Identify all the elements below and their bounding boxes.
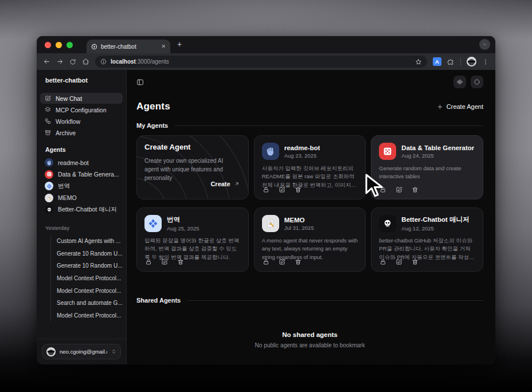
hand-icon	[46, 160, 52, 166]
app-title[interactable]: better-chatbot	[37, 75, 126, 84]
chat-history-item[interactable]: Generate 10 Random U...	[51, 247, 126, 260]
agent-name: Better-Chatbot 매니저	[58, 206, 117, 214]
sidebar-agent-better-chatbot-manager[interactable]: Better-Chatbot 매니저	[40, 204, 123, 215]
sidebar-nav: New Chat MCP Configuration Workflow Arch…	[37, 93, 126, 138]
sidebar-agent-data-table-generator[interactable]: Data & Table Genera...	[40, 169, 123, 181]
agent-card-translate[interactable]: 번역 Aug 25, 2025 입력된 문장을 영어와 한글로 상호 번역하여,…	[136, 207, 249, 272]
close-window-button[interactable]	[45, 42, 51, 48]
agent-card-actions	[263, 186, 302, 193]
browser-window: better-chatbot ✕ + localhost:3000/agents…	[37, 36, 495, 364]
translate-extension-icon[interactable]: A	[433, 57, 441, 66]
page-title: Agents	[136, 101, 170, 112]
zoom-window-button[interactable]	[66, 42, 73, 48]
tab-close-icon[interactable]: ✕	[161, 44, 166, 49]
trash-icon[interactable]	[295, 258, 302, 265]
sidebar-toggle-icon[interactable]	[136, 79, 144, 86]
agent-card-title: readme-bot	[284, 144, 320, 151]
lock-icon[interactable]	[145, 258, 152, 265]
plus-icon	[437, 104, 443, 110]
create-cta-label: Create	[210, 181, 230, 187]
sidebar-item-workflow[interactable]: Workflow	[40, 116, 123, 127]
edit-icon[interactable]	[279, 258, 285, 265]
trash-icon[interactable]	[412, 258, 418, 265]
diamonds-icon	[46, 183, 52, 189]
chat-history-item[interactable]: Model Context Protocol...	[51, 272, 126, 285]
agent-card-description: 사용자가 입력한 깃허브 레포지토리의 README를 원본 raw 파일로 조…	[262, 164, 358, 189]
reload-button[interactable]	[69, 58, 76, 65]
agent-avatar	[262, 215, 279, 232]
lock-icon[interactable]	[263, 186, 269, 193]
edit-icon[interactable]	[279, 186, 285, 193]
sidebar-item-mcp-configuration[interactable]: MCP Configuration	[40, 104, 123, 115]
create-agent-label: Create Agent	[447, 103, 483, 110]
agent-avatar	[45, 182, 53, 190]
agent-card-memo[interactable]: MEMO Jul 31, 2025 A memo agent that neve…	[254, 207, 366, 272]
agent-avatar	[45, 170, 53, 179]
sidebar-item-new-chat[interactable]: New Chat	[40, 93, 123, 104]
sidebar-item-label: New Chat	[56, 95, 82, 102]
my-agents-section-header: My Agents	[136, 122, 483, 129]
hand-icon	[265, 146, 276, 156]
agent-card-title: 번역	[167, 215, 200, 224]
section-divider	[175, 126, 483, 126]
bookmark-star-icon[interactable]	[415, 58, 422, 65]
trash-icon[interactable]	[295, 186, 302, 193]
agent-name: Data & Table Genera...	[58, 171, 119, 178]
section-divider	[187, 300, 483, 301]
lock-icon[interactable]	[263, 258, 269, 265]
user-menu[interactable]: neo.cgoing@gmail.com	[42, 344, 121, 359]
agent-card-title: Better-Chatbot 매니저	[401, 215, 469, 224]
back-button[interactable]	[43, 58, 50, 65]
create-agent-button[interactable]: Create Agent	[437, 103, 483, 110]
message-circle-dashed-icon	[474, 79, 480, 85]
sidebar: better-chatbot New Chat MCP Configuratio…	[37, 70, 127, 364]
agent-avatar	[45, 158, 53, 167]
edit-icon[interactable]	[396, 258, 402, 265]
home-button[interactable]	[82, 58, 89, 65]
memo-icon	[46, 195, 52, 201]
diamonds-icon	[148, 218, 158, 229]
temporary-chat-button[interactable]	[471, 76, 483, 88]
tab-search-button[interactable]	[479, 39, 490, 50]
agent-name: 번역	[58, 182, 70, 190]
memo-icon	[265, 218, 276, 229]
forward-button[interactable]	[56, 58, 64, 65]
agent-card-actions	[380, 258, 418, 265]
audio-lines-icon	[456, 79, 463, 85]
new-tab-button[interactable]: +	[177, 40, 182, 49]
voice-chat-button[interactable]	[453, 76, 466, 88]
sidebar-agent-readme-bot[interactable]: readme-bot	[40, 157, 123, 168]
browser-menu-icon[interactable]	[482, 58, 489, 65]
trash-icon[interactable]	[412, 186, 418, 193]
minimize-window-button[interactable]	[56, 42, 62, 48]
browser-profile-avatar[interactable]	[467, 57, 476, 66]
trash-icon[interactable]	[177, 258, 184, 265]
sidebar-agent-memo[interactable]: MEMO	[40, 193, 123, 204]
address-bar[interactable]: localhost:3000/agents	[95, 56, 427, 68]
new-chat-pencil-icon	[45, 95, 51, 101]
agent-card-readme-bot[interactable]: readme-bot Aug 23, 2025 사용자가 입력한 깃허브 레포지…	[254, 135, 366, 199]
agent-card-better-chatbot-manager[interactable]: Better-Chatbot 매니저 Aug 12, 2025 better-c…	[371, 207, 483, 272]
agent-card-data-table-generator[interactable]: Data & Table Generator Aug 24, 2025 Gene…	[371, 135, 483, 199]
sidebar-item-archive[interactable]: Archive	[40, 127, 123, 138]
create-card-cta[interactable]: Create	[210, 181, 239, 187]
create-card-description: Create your own specialized AI agent wit…	[144, 156, 233, 182]
sidebar-agent-translate[interactable]: 번역	[40, 181, 123, 192]
edit-icon[interactable]	[161, 258, 168, 265]
agent-avatar	[45, 205, 53, 214]
history-group-label: Yesterday	[37, 225, 126, 231]
dice-icon	[46, 171, 52, 177]
chat-history-item[interactable]: Search and automate G...	[51, 297, 126, 309]
user-avatar	[46, 347, 56, 356]
edit-icon[interactable]	[396, 186, 402, 193]
site-info-icon[interactable]	[100, 58, 107, 65]
agent-card-description: better-chatbot GitHub 저장소의 이슈와 PR을 관리합니다…	[379, 237, 475, 261]
chat-history-item[interactable]: Model Context Protocol...	[51, 309, 126, 322]
chat-history-item[interactable]: Generate 10 Random U...	[51, 260, 126, 272]
chat-history-item[interactable]: Model Context Protocol...	[51, 284, 126, 297]
chat-history-item[interactable]: Custom AI Agents with ...	[51, 235, 126, 248]
lock-icon[interactable]	[380, 258, 386, 265]
create-agent-card[interactable]: Create Agent Create your own specialized…	[136, 135, 249, 199]
extensions-puzzle-icon[interactable]	[447, 58, 455, 65]
browser-tab[interactable]: better-chatbot ✕	[87, 40, 170, 53]
